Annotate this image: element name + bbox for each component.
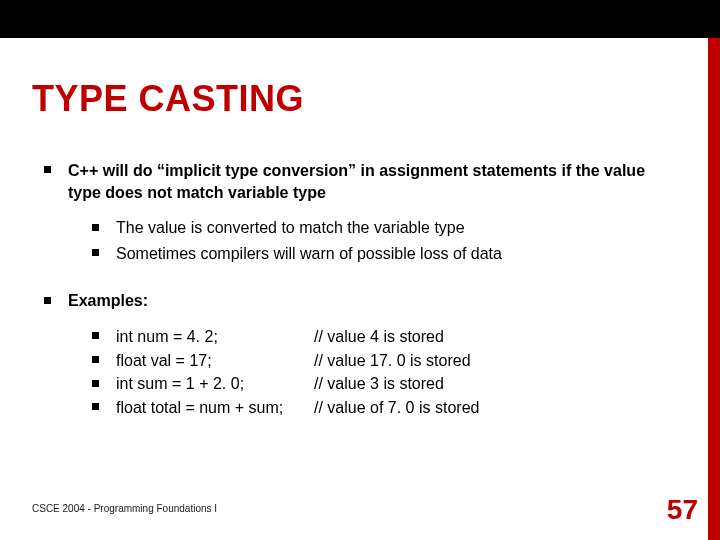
side-accent	[708, 38, 720, 540]
sub-bullets: The value is converted to match the vari…	[68, 217, 680, 264]
square-bullet-icon	[44, 166, 51, 173]
slide-body: C++ will do “implicit type conversion” i…	[44, 160, 680, 436]
square-bullet-icon	[44, 297, 51, 304]
page-number: 57	[667, 494, 698, 526]
example-item: int sum = 1 + 2. 0; // value 3 is stored	[92, 373, 680, 395]
example-code: int sum = 1 + 2. 0;	[116, 373, 314, 395]
example-item: float total = num + sum; // value of 7. …	[92, 397, 680, 419]
example-code: float val = 17;	[116, 350, 314, 372]
square-bullet-icon	[92, 403, 99, 410]
square-bullet-icon	[92, 224, 99, 231]
square-bullet-icon	[92, 356, 99, 363]
sub-bullet-text: Sometimes compilers will warn of possibl…	[116, 245, 502, 262]
sub-bullet-text: The value is converted to match the vari…	[116, 219, 465, 236]
example-comment: // value 3 is stored	[314, 373, 444, 395]
example-item: float val = 17; // value 17. 0 is stored	[92, 350, 680, 372]
example-comment: // value 4 is stored	[314, 326, 444, 348]
bullet-examples: Examples: int num = 4. 2; // value 4 is …	[44, 290, 680, 418]
square-bullet-icon	[92, 332, 99, 339]
square-bullet-icon	[92, 249, 99, 256]
top-bar	[0, 0, 720, 38]
square-bullet-icon	[92, 380, 99, 387]
example-comment: // value of 7. 0 is stored	[314, 397, 479, 419]
slide-title: TYPE CASTING	[32, 78, 304, 120]
sub-bullet: The value is converted to match the vari…	[92, 217, 680, 239]
example-item: int num = 4. 2; // value 4 is stored	[92, 326, 680, 348]
bullet-text: Examples:	[68, 292, 148, 309]
example-comment: // value 17. 0 is stored	[314, 350, 471, 372]
bullet-main: C++ will do “implicit type conversion” i…	[44, 160, 680, 264]
example-code: int num = 4. 2;	[116, 326, 314, 348]
sub-bullet: Sometimes compilers will warn of possibl…	[92, 243, 680, 265]
slide-footer: CSCE 2004 - Programming Foundations I	[32, 503, 217, 514]
example-code: float total = num + sum;	[116, 397, 314, 419]
example-list: int num = 4. 2; // value 4 is stored flo…	[68, 326, 680, 418]
bullet-text: C++ will do “implicit type conversion” i…	[68, 162, 645, 201]
